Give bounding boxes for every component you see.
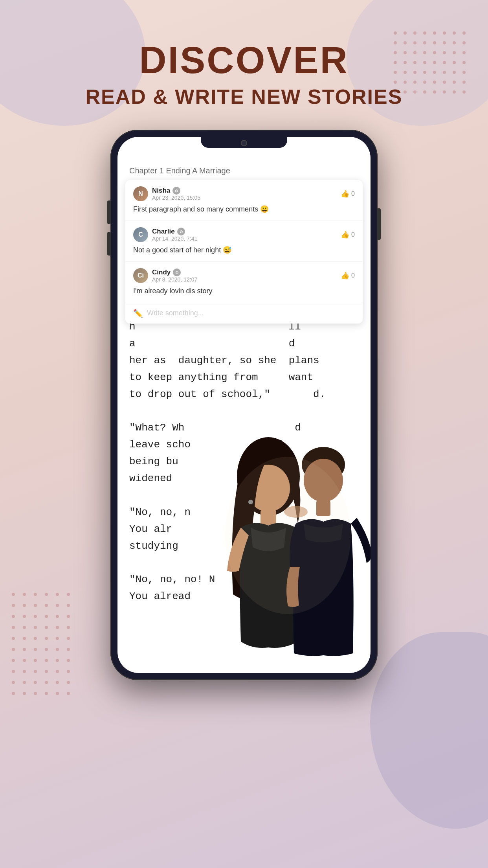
avatar-nisha: N [133, 186, 148, 201]
username-text-cindy: Cindy [152, 268, 171, 276]
comment-user-info-charlie: C Charlie ⊙ Apr 14, 2020, 7:41 [133, 227, 197, 242]
avatar-image-charlie: C [133, 227, 148, 242]
front-camera [241, 140, 247, 146]
like-icon-nisha: 👍 [341, 189, 349, 198]
comment-item-charlie: C Charlie ⊙ Apr 14, 2020, 7:41 [125, 221, 363, 262]
phone-mockup: Chapter 1 Ending A Marriage At 20, Debbi… [110, 130, 378, 680]
comment-date-charlie: Apr 14, 2020, 7:41 [152, 235, 197, 242]
comment-user-info-cindy: Ci Cindy ⊙ Apr 8, 2020, 12:07 [133, 268, 197, 283]
comment-item-nisha: N Nisha ⊙ Apr 23, 2020, 15:05 [125, 180, 363, 221]
comments-overlay: N Nisha ⊙ Apr 23, 2020, 15:05 [125, 180, 363, 324]
badge-icon-charlie: ⊙ [177, 228, 185, 235]
avatar-image-nisha: N [133, 186, 148, 201]
subtitle: READ & WRITE NEW STORIES [0, 85, 488, 108]
username-cindy: Cindy ⊙ [152, 268, 197, 276]
username-nisha: Nisha ⊙ [152, 187, 200, 195]
volume-up-button [107, 200, 110, 224]
couple-image [194, 398, 371, 673]
write-input-area[interactable]: ✏️ Write something... [125, 303, 363, 324]
comment-user-info-nisha: N Nisha ⊙ Apr 23, 2020, 15:05 [133, 186, 200, 201]
comment-text-cindy: I'm already lovin dis story [133, 286, 355, 296]
avatar-image-cindy: Ci [133, 268, 148, 283]
like-count-nisha: 0 [351, 190, 355, 197]
svg-point-8 [225, 457, 351, 614]
like-count-charlie: 0 [351, 231, 355, 238]
screen-content: Chapter 1 Ending A Marriage At 20, Debbi… [117, 137, 371, 673]
discover-title: DISCOVER [0, 39, 488, 81]
decorative-blob-bottom-right [370, 632, 488, 829]
badge-icon-cindy: ⊙ [173, 268, 181, 276]
phone-notch [201, 137, 287, 148]
chapter-label: Chapter 1 Ending A Marriage [129, 164, 359, 177]
comment-meta-charlie: Charlie ⊙ Apr 14, 2020, 7:41 [152, 228, 197, 242]
username-text-nisha: Nisha [152, 187, 170, 195]
like-icon-cindy: 👍 [341, 271, 349, 280]
badge-icon-nisha: ⊙ [172, 187, 180, 195]
comment-item-cindy: Ci Cindy ⊙ Apr 8, 2020, 12:07 [125, 262, 363, 303]
avatar-cindy: Ci [133, 268, 148, 283]
phone-frame: Chapter 1 Ending A Marriage At 20, Debbi… [110, 130, 378, 680]
username-charlie: Charlie ⊙ [152, 228, 197, 235]
comment-meta-nisha: Nisha ⊙ Apr 23, 2020, 15:05 [152, 187, 200, 201]
comment-date-nisha: Apr 23, 2020, 15:05 [152, 195, 200, 201]
pencil-icon: ✏️ [133, 309, 143, 318]
comment-meta-cindy: Cindy ⊙ Apr 8, 2020, 12:07 [152, 268, 197, 283]
username-text-charlie: Charlie [152, 228, 175, 235]
power-button [378, 208, 381, 240]
volume-down-button [107, 232, 110, 256]
write-placeholder: Write something... [147, 309, 204, 317]
header-section: DISCOVER READ & WRITE NEW STORIES [0, 0, 488, 108]
like-section-charlie[interactable]: 👍 0 [341, 230, 355, 239]
comment-text-nisha: First paragraph and so many comments 😀 [133, 204, 355, 214]
like-icon-charlie: 👍 [341, 230, 349, 239]
dot-pattern-bottom-left: (function() { const container = document… [12, 593, 83, 711]
phone-screen: Chapter 1 Ending A Marriage At 20, Debbi… [117, 137, 371, 673]
avatar-charlie: C [133, 227, 148, 242]
like-section-nisha[interactable]: 👍 0 [341, 189, 355, 198]
comment-date-cindy: Apr 8, 2020, 12:07 [152, 276, 197, 283]
comment-text-charlie: Not a good start of her night 😅 [133, 245, 355, 255]
like-section-cindy[interactable]: 👍 0 [341, 271, 355, 280]
like-count-cindy: 0 [351, 272, 355, 279]
